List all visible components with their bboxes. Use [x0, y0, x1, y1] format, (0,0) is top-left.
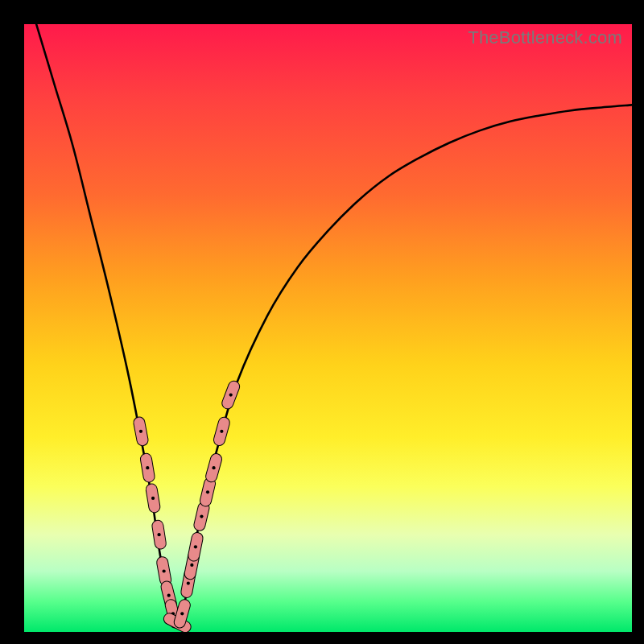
marker-dot [158, 533, 161, 536]
chart-frame: TheBottleneck.com [0, 0, 644, 644]
marker-dot [212, 466, 215, 469]
marker-dot [206, 490, 209, 493]
marker-dot [190, 564, 193, 567]
marker-dot [187, 582, 190, 585]
marker-layer [139, 386, 234, 626]
plot-area: TheBottleneck.com [24, 24, 632, 632]
marker-dot [151, 497, 155, 500]
marker-dot [194, 545, 197, 548]
marker-dot [180, 612, 184, 615]
marker-dot [220, 430, 223, 433]
marker-dot [146, 466, 149, 469]
marker-dot [167, 594, 171, 597]
bottleneck-chart-svg [24, 24, 632, 632]
marker-dot [163, 569, 166, 572]
curve-layer [36, 24, 632, 626]
bottleneck-curve [36, 24, 632, 626]
marker-dot [200, 514, 203, 518]
marker-dot [229, 393, 233, 396]
marker-dot [139, 430, 142, 433]
